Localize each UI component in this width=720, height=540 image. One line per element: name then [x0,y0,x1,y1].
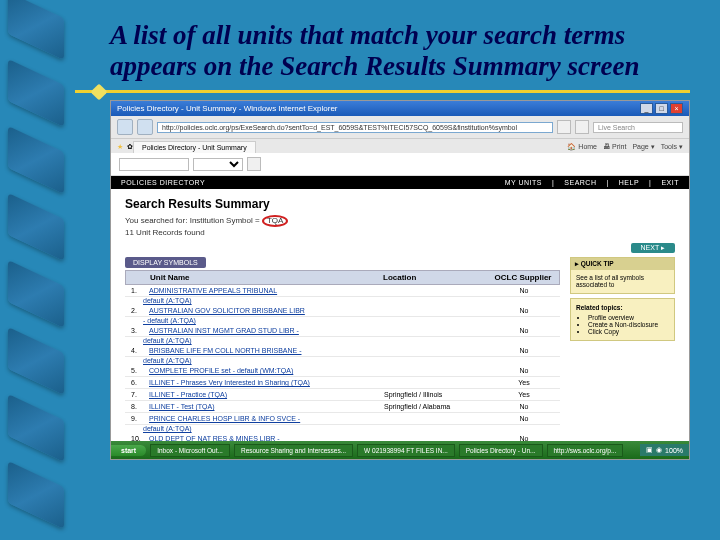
unit-supplier: No [494,287,554,294]
tool-print[interactable]: 🖶 Print [603,143,626,151]
taskbar-item[interactable]: Policies Directory - Un... [459,444,543,457]
system-tray[interactable]: ▣ ◉ 100% [640,444,689,456]
unit-sublink[interactable]: default (A:TQA) [143,297,560,305]
forward-button[interactable] [137,119,153,135]
results-heading: Search Results Summary [125,197,675,211]
row-num: 3. [131,327,149,334]
related-box: Related topics: Profile overview Create … [570,298,675,341]
records-count: 11 Unit Records found [125,228,675,237]
app-nav-bar: POLICIES DIRECTORY MY UNITS | SEARCH | H… [111,176,689,189]
taskbar-item[interactable]: http://sws.oclc.org/p... [547,444,624,457]
app-search-input[interactable] [119,158,189,171]
unit-location: Springfield / Alabama [384,403,494,410]
unit-sublink[interactable]: - default (A:TQA) [143,317,560,325]
row-num: 9. [131,415,149,422]
taskbar-item[interactable]: W 021938994 FT FILES IN... [357,444,455,457]
row-num: 1. [131,287,149,294]
table-row: 3. AUSTRALIAN INST MGMT GRAD STUD LIBR -… [125,325,560,337]
table-row: 8. ILLINET - Test (TQA) Springfield / Al… [125,401,560,413]
related-label: Related topics: [576,304,669,311]
row-num: 4. [131,347,149,354]
divider-line [75,90,690,93]
row-num: 2. [131,307,149,314]
browser-tabs-bar: ★ ✿ Policies Directory - Unit Summary 🏠 … [111,139,689,153]
app-toolbar [111,153,689,176]
spiral-binding-decoration [8,0,68,540]
browser-window: Policies Directory - Unit Summary - Wind… [110,100,690,460]
unit-link[interactable]: ILLINET - Test (TQA) [149,403,384,410]
tool-home[interactable]: 🏠 Home [567,143,597,151]
unit-supplier: Yes [494,391,554,398]
back-button[interactable] [117,119,133,135]
quick-tip-header: ▸ QUICK TIP [571,258,674,270]
unit-link[interactable]: BRISBANE LIFE FM COLL NORTH BRISBANE - [149,347,384,354]
maximize-button[interactable]: □ [655,103,668,114]
slide-title: A list of all units that match your sear… [110,20,690,82]
tool-tools[interactable]: Tools ▾ [661,143,683,151]
nav-help[interactable]: HELP [619,179,639,186]
window-title: Policies Directory - Unit Summary - Wind… [117,104,338,113]
next-button[interactable]: NEXT ▸ [631,243,676,253]
tray-text: 100% [665,447,683,454]
row-num: 7. [131,391,149,398]
favorites-icon[interactable]: ★ [117,143,123,151]
start-button[interactable]: start [111,445,146,456]
unit-supplier: Yes [494,379,554,386]
url-input[interactable]: http://policies.oclc.org/ps/ExeSearch.do… [157,122,553,133]
table-row: 5. COMPLETE PROFILE set - default (WM:TQ… [125,365,560,377]
unit-link[interactable]: COMPLETE PROFILE set - default (WM:TQA) [149,367,384,374]
taskbar-item[interactable]: Resource Sharing and Intercesses... [234,444,353,457]
col-header-supplier: OCLC Supplier [493,273,553,282]
unit-sublink[interactable]: default (A:TQA) [143,357,560,365]
table-row: 6. ILLINET - Phrases Very Interested in … [125,377,560,389]
unit-link[interactable]: ADMINISTRATIVE APPEALS TRIBUNAL [149,287,384,294]
related-link[interactable]: Profile overview [588,314,669,321]
display-symbols-button[interactable]: DISPLAY SYMBOLS [125,257,206,268]
tray-icon[interactable]: ◉ [656,446,662,454]
table-row: 7. ILLINET - Practice (TQA) Springfield … [125,389,560,401]
related-link[interactable]: Click Copy [588,328,669,335]
minimize-button[interactable]: _ [640,103,653,114]
bullet-icon [91,84,108,101]
unit-supplier: No [494,327,554,334]
stop-button[interactable] [575,120,589,134]
unit-link[interactable]: AUSTRALIAN GOV SOLICITOR BRISBANE LIBR [149,307,384,314]
refresh-button[interactable] [557,120,571,134]
table-header: Unit Name Location OCLC Supplier [125,270,560,285]
quick-tip-box: ▸ QUICK TIP See a list of all symbols as… [570,257,675,294]
app-brand: POLICIES DIRECTORY [121,179,205,186]
col-header-location: Location [383,273,493,282]
related-link[interactable]: Create a Non-disclosure [588,321,669,328]
app-go-button[interactable] [247,157,261,171]
nav-exit[interactable]: EXIT [661,179,679,186]
nav-search[interactable]: SEARCH [564,179,596,186]
search-input[interactable]: Live Search [593,122,683,133]
unit-location: Springfield / Illinois [384,391,494,398]
close-button[interactable]: × [670,103,683,114]
unit-sublink[interactable]: default (A:TQA) [143,425,560,433]
row-num: 8. [131,403,149,410]
browser-toolbar: http://policies.oclc.org/ps/ExeSearch.do… [111,116,689,139]
table-row: 2. AUSTRALIAN GOV SOLICITOR BRISBANE LIB… [125,305,560,317]
quick-tip-text: See a list of all symbols associated to [576,274,669,288]
table-row: 9. PRINCE CHARLES HOSP LIBR & INFO SVCE … [125,413,560,425]
browser-titlebar: Policies Directory - Unit Summary - Wind… [111,101,689,116]
table-row: 4. BRISBANE LIFE FM COLL NORTH BRISBANE … [125,345,560,357]
app-dropdown[interactable] [193,158,243,171]
tab-active[interactable]: Policies Directory - Unit Summary [133,141,256,153]
row-num: 5. [131,367,149,374]
unit-link[interactable]: ILLINET - Practice (TQA) [149,391,384,398]
search-term-highlight: TQA [262,215,288,227]
taskbar-item[interactable]: Inbox - Microsoft Out... [150,444,230,457]
windows-taskbar: start Inbox - Microsoft Out... Resource … [111,441,689,459]
nav-my-units[interactable]: MY UNITS [505,179,542,186]
tool-page[interactable]: Page ▾ [632,143,654,151]
unit-link[interactable]: PRINCE CHARLES HOSP LIBR & INFO SVCE - [149,415,384,422]
unit-link[interactable]: ILLINET - Phrases Very Interested in Sha… [149,379,384,386]
unit-link[interactable]: AUSTRALIAN INST MGMT GRAD STUD LIBR - [149,327,384,334]
unit-supplier: No [494,415,554,422]
tray-icon[interactable]: ▣ [646,446,653,454]
row-num: 6. [131,379,149,386]
col-header-name: Unit Name [150,273,383,282]
unit-sublink[interactable]: default (A:TQA) [143,337,560,345]
